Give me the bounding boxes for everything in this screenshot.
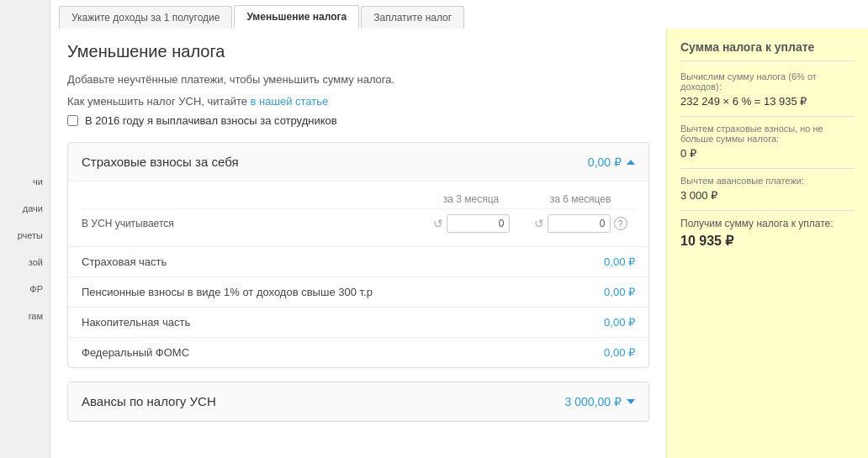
result-block: Получим сумму налога к уплате: 10 935 ₽ [680,218,855,249]
right-panel: Сумма налога к уплате Вычислим сумму нал… [666,29,868,458]
description-line2: Как уменьшить налог УСН, читайте в нашей… [67,93,649,110]
calc-tax-block: Вычислим сумму налога (6% от доходов): 2… [680,71,855,108]
content-area: Уменьшение налога Добавьте неучтённые пл… [50,29,868,458]
insurance-section-title: Страховые взносы за себя [82,155,239,169]
insurance-section-amount: 0,00 ₽ [588,155,635,169]
divider-1 [680,116,855,117]
page-title: Уменьшение налога [67,42,649,61]
result-value: 10 935 ₽ [680,233,855,249]
input-6months[interactable] [548,214,611,233]
sidebar-item-1[interactable]: чи [0,168,50,195]
tab-reduce[interactable]: Уменьшение налога [234,5,359,29]
page-wrapper: чи дачи рчеты зой ФР rам Укажите доходы … [0,0,868,458]
subtract-insurance-block: Вычтем страховые взносы, но не больше су… [680,124,855,160]
input-cell-6months: ↺ ? [526,214,635,233]
col-6months-header: за 6 месяцев [526,193,635,205]
insurance-section-card: Страховые взносы за себя 0,00 ₽ за 3 мес… [67,142,649,368]
usn-row-label: В УСН учитывается [82,218,416,229]
advances-section-card: Авансы по налогу УСН 3 000,00 ₽ [67,382,649,422]
subtract-advances-block: Вычтем авансовые платежи: 3 000 ₽ [680,176,855,202]
tab-pay[interactable]: Заплатите налог [361,6,464,29]
employees-checkbox-label: В 2016 году я выплачивал взносы за сотру… [85,114,337,127]
insurance-collapse-icon[interactable] [627,160,635,165]
sidebar-item-2[interactable]: дачи [0,195,50,222]
table-header-row: за 3 месяца за 6 месяцев [82,190,635,208]
advances-section-amount: 3 000,00 ₽ [565,395,635,408]
insurance-row-0-amount: 0,00 ₽ [604,255,635,268]
input-3months[interactable] [447,214,510,233]
tab-income[interactable]: Укажите доходы за 1 полугодие [59,6,232,29]
sidebar: чи дачи рчеты зой ФР rам [0,0,50,458]
main-content: Укажите доходы за 1 полугодие Уменьшение… [50,0,868,458]
insurance-row-1-amount: 0,00 ₽ [604,286,635,298]
insurance-table: за 3 месяца за 6 месяцев В УСН учитывает… [68,182,648,246]
tabs-bar: Укажите доходы за 1 полугодие Уменьшение… [50,0,868,29]
sidebar-item-6[interactable]: rам [0,303,50,329]
insurance-row-1: Пенсионные взносы в виде 1% от доходов с… [68,276,648,307]
advances-section-header: Авансы по налогу УСН 3 000,00 ₽ [68,382,648,421]
insurance-row-0: Страховая часть 0,00 ₽ [68,246,648,276]
subtract-insurance-label: Вычтем страховые взносы, но не больше су… [680,124,855,144]
subtract-insurance-value: 0 ₽ [680,147,855,160]
insurance-section-header: Страховые взносы за себя 0,00 ₽ [68,143,648,182]
calc-tax-formula: 232 249 × 6 % = 13 935 ₽ [680,95,855,108]
sidebar-item-4[interactable]: зой [0,249,50,276]
divider-2 [680,168,855,169]
advances-expand-icon[interactable] [627,399,635,404]
help-icon[interactable]: ? [614,217,627,230]
employees-checkbox-row: В 2016 году я выплачивал взносы за сотру… [67,114,649,127]
col-3months-header: за 3 месяца [416,193,526,205]
subtract-advances-label: Вычтем авансовые платежи: [680,176,855,186]
usn-row: В УСН учитывается ↺ ↺ ? [82,208,635,238]
calc-tax-label: Вычислим сумму налога (6% от доходов): [680,71,855,92]
right-panel-title: Сумма налога к уплате [680,40,855,61]
insurance-row-0-label: Страховая часть [82,255,167,268]
advances-section-title: Авансы по налогу УСН [82,394,216,408]
result-label: Получим сумму налога к уплате: [680,218,855,229]
input-cell-3months: ↺ [416,214,526,233]
refresh-6months-icon[interactable]: ↺ [534,217,544,230]
insurance-row-2-amount: 0,00 ₽ [604,316,635,329]
employees-checkbox[interactable] [67,115,78,126]
left-panel: Уменьшение налога Добавьте неучтённые пл… [50,29,666,458]
insurance-row-1-label: Пенсионные взносы в виде 1% от доходов с… [82,286,373,298]
insurance-row-2: Накопительная часть 0,00 ₽ [68,307,648,337]
divider-3 [680,210,855,211]
refresh-3months-icon[interactable]: ↺ [433,217,443,230]
subtract-advances-value: 3 000 ₽ [680,189,855,202]
insurance-row-3: Федеральный ФОМС 0,00 ₽ [68,337,648,367]
insurance-row-3-label: Федеральный ФОМС [82,346,189,359]
article-link[interactable]: в нашей статье [251,95,329,108]
insurance-row-2-label: Накопительная часть [82,316,190,329]
sidebar-item-3[interactable]: рчеты [0,222,50,249]
sidebar-item-5[interactable]: ФР [0,276,50,303]
insurance-row-3-amount: 0,00 ₽ [604,346,635,359]
description-line1: Добавьте неучтённые платежи, чтобы умень… [67,71,649,88]
